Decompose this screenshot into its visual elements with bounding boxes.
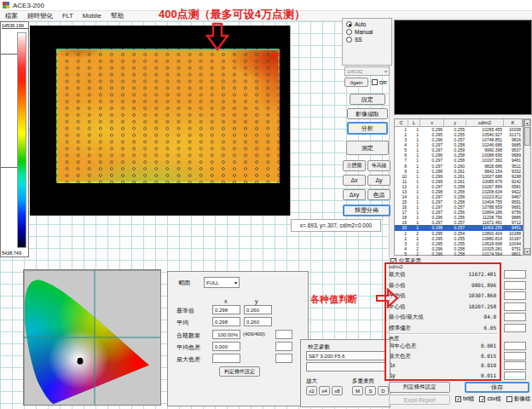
radio-label: SS: [355, 37, 362, 43]
stat-value: 10307.860: [468, 292, 496, 300]
dr-checkbox[interactable]: [372, 79, 378, 85]
multiscreen-S-button[interactable]: S: [365, 386, 376, 395]
format-checkbox-0[interactable]: ✓: [455, 396, 461, 402]
judge-indicator-box: [275, 330, 292, 339]
format-label: csv檔: [487, 395, 500, 403]
reference-x-field[interactable]: 0.298: [212, 305, 240, 314]
settings-button[interactable]: 設定: [350, 94, 385, 105]
contour-button[interactable]: 等高線: [367, 160, 390, 171]
statistics-panel: cd/m2最大值11672.481最小值9801.896平均值10307.860…: [387, 264, 500, 381]
view-3d-button[interactable]: 立體圖: [343, 160, 366, 171]
shutter-dropdown[interactable]: 1/8192▾: [344, 66, 390, 76]
judge-indicator-box: [504, 324, 526, 332]
zoom-x8-button[interactable]: x8: [332, 386, 343, 395]
judge-indicator-box: [504, 342, 526, 350]
measurement-table[interactable]: CLxycd/m2K110.2960.25510265.45510038210.…: [394, 118, 523, 256]
average-x-field[interactable]: 0.298: [212, 317, 240, 326]
stats-section-luminance: cd/m2: [389, 264, 402, 269]
judge-condition-button-footer[interactable]: 判定條件設定: [389, 382, 450, 393]
measured-point-marker: [78, 358, 84, 365]
judge-indicator-box: [504, 291, 526, 300]
delta-y-button[interactable]: Δy: [367, 175, 390, 186]
zoom-x4-button[interactable]: x4: [319, 386, 330, 395]
range-panel: 範圍 FULL▾ x y 基準值 0.298 0.260 平均 0.298 0.…: [167, 271, 309, 406]
radio-auto[interactable]: [346, 21, 352, 27]
column-header-C: C: [395, 119, 408, 126]
avg-colordiff-label: 平均色差: [176, 343, 200, 352]
menu-item-3[interactable]: Mobile: [83, 12, 101, 20]
chevron-down-icon: ▾: [385, 68, 387, 74]
table-row[interactable]: 520.2960.25810174.5649801: [395, 251, 523, 256]
average-y-field[interactable]: 0.260: [244, 317, 272, 326]
annotation-points-note: 400点测（最多可设4万点测）: [159, 7, 363, 22]
judge-indicator-box: [504, 281, 526, 290]
stat-value: 0.011: [481, 372, 496, 378]
stat-row: 最小值/最大值84.0: [389, 314, 496, 321]
judge-indicator-box: [275, 354, 292, 363]
app-icon: [3, 2, 9, 9]
format-checkbox-2[interactable]: [506, 396, 512, 402]
stat-value: 0.010: [481, 362, 496, 368]
judgement-indicator-column: [504, 264, 529, 381]
stat-label: 最大值: [389, 271, 406, 279]
max-colordiff-field: [212, 354, 240, 363]
reference-y-field[interactable]: 0.260: [244, 305, 272, 314]
stat-row: 最小值9801.896: [389, 282, 496, 290]
cell: 10174.564: [466, 251, 504, 256]
annotation-values-note: 各种值判断: [310, 293, 357, 306]
analyze-button[interactable]: 分析: [347, 122, 388, 135]
pass-count-note: (400/400): [243, 331, 265, 337]
scroll-thumb[interactable]: [524, 127, 530, 146]
delta-x-button[interactable]: Δx: [343, 175, 366, 186]
multiscreen-M-button[interactable]: M: [352, 386, 363, 395]
save-button[interactable]: 保存: [465, 382, 529, 393]
zero-gain-button[interactable]: 0gain: [344, 78, 368, 87]
cie-diagram-panel[interactable]: [23, 269, 161, 406]
menu-item-2[interactable]: FLT: [62, 12, 73, 20]
stats-divider: [387, 333, 498, 334]
stat-row: Δy0.011: [389, 372, 496, 378]
stat-value: 9801.896: [471, 282, 496, 290]
menu-item-0[interactable]: 檔案: [5, 12, 18, 20]
dr-label: DR: [379, 80, 387, 85]
calibration-panel: 校正參數 SET 3-200 F5.6 放大 多重畫面 x2x4x8 MSD: [300, 339, 390, 407]
image-capture-button[interactable]: 影像擷取: [347, 108, 388, 119]
position-display-checkbox[interactable]: ✓: [390, 258, 396, 264]
calibration-extra-field[interactable]: [306, 362, 386, 372]
multiscreen-label: 多重畫面: [352, 377, 374, 385]
menu-item-1[interactable]: 經時變化: [27, 12, 53, 20]
scroll-down-icon[interactable]: ▼: [524, 248, 530, 255]
table-scrollbar[interactable]: ▲ ▼: [523, 118, 531, 256]
radio-label: Auto: [355, 21, 366, 27]
excel-report-button[interactable]: Excel Report: [389, 395, 450, 405]
judge-condition-button[interactable]: 判定條件設定: [219, 366, 260, 377]
stat-row: Δx0.010: [389, 362, 496, 368]
format-checkbox-1[interactable]: ✓: [479, 396, 485, 402]
stat-value: 84.0: [484, 314, 496, 321]
column-header-L: L: [408, 119, 420, 126]
red-down-arrow-icon: [206, 23, 228, 50]
format-option-1: ✓csv檔: [479, 395, 500, 403]
stat-label: 最大色差: [389, 353, 411, 360]
color-temp-button[interactable]: 色温: [367, 189, 390, 200]
judge-indicator-box: [504, 270, 526, 279]
zoom-x2-button[interactable]: x2: [306, 386, 317, 395]
judge-indicator-box: [504, 302, 526, 311]
calibration-set-field[interactable]: SET 3-200 F5.6: [306, 351, 386, 360]
stat-row: 最大色差0.015: [389, 353, 496, 360]
measure-button[interactable]: 測定: [346, 141, 389, 155]
stat-row: 標準偏差6.05: [389, 325, 496, 332]
cell: 0.296: [420, 251, 444, 256]
stat-value: 6.05: [484, 325, 496, 332]
delta-xy-button[interactable]: Δxy: [343, 189, 366, 200]
radio-ss[interactable]: [346, 37, 352, 43]
radio-manual[interactable]: [346, 29, 352, 35]
cell: 0.258: [444, 251, 466, 256]
scroll-up-icon[interactable]: ▲: [524, 119, 530, 126]
secondary-display: [394, 20, 532, 115]
reference-label: 基準值: [176, 307, 194, 315]
menu-item-4[interactable]: 幫助: [111, 12, 124, 20]
multiscreen-D-button[interactable]: D: [378, 386, 389, 395]
luminance-distribution-button[interactable]: 輝度分佈: [343, 204, 390, 216]
range-dropdown[interactable]: FULL▾: [204, 277, 240, 288]
